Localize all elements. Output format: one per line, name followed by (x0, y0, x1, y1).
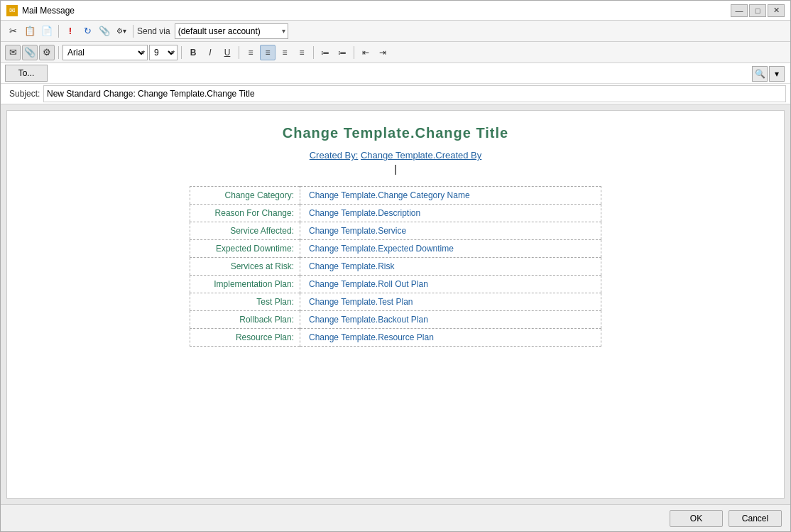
mail-icon-button[interactable]: ✉ (5, 45, 21, 60)
decrease-indent-button[interactable]: ⇤ (358, 45, 373, 60)
row-label: Service Affected: (190, 222, 300, 240)
underline-button[interactable]: U (219, 45, 235, 60)
cursor-line: | (36, 163, 755, 175)
footer: OK Cancel (1, 504, 790, 531)
minimize-button[interactable]: — (731, 4, 748, 17)
row-label: Expected Downtime: (190, 240, 300, 258)
paste-button[interactable]: 📄 (39, 23, 55, 39)
table-row: Change Category:Change Template.Change C… (190, 187, 601, 205)
row-value: Change Template.Backout Plan (300, 311, 601, 329)
font-name-wrapper: Arial (62, 45, 148, 60)
separator6 (313, 46, 314, 59)
subject-row: Subject: (1, 84, 790, 104)
to-input[interactable] (52, 65, 790, 82)
title-bar: ✉ Mail Message — □ ✕ (1, 1, 790, 21)
increase-indent-button[interactable]: ⇥ (375, 45, 391, 60)
row-label: Services at Risk: (190, 258, 300, 276)
cancel-button[interactable]: Cancel (729, 510, 782, 527)
font-name-select[interactable]: Arial (62, 45, 148, 60)
row-label: Resource Plan: (190, 329, 300, 347)
email-title: Change Template.Change Title (36, 125, 755, 141)
row-value: Change Template.Roll Out Plan (300, 276, 601, 293)
expand-button[interactable]: ▾ (769, 66, 785, 82)
options-icon-button[interactable]: ⚙ (39, 45, 55, 60)
row-label: Rollback Plan: (190, 311, 300, 329)
close-button[interactable]: ✕ (768, 4, 785, 17)
table-row: Implementation Plan:Change Template.Roll… (190, 276, 601, 293)
detail-table: Change Category:Change Template.Change C… (190, 186, 601, 347)
row-label: Implementation Plan: (190, 276, 300, 293)
attachment-button[interactable]: 📎 (97, 23, 112, 39)
font-size-wrapper: 9 (149, 45, 178, 60)
table-row: Service Affected:Change Template.Service (190, 222, 601, 240)
row-value: Change Template.Change Category Name (300, 187, 601, 205)
row-value: Change Template.Risk (300, 258, 601, 276)
row-label: Reason For Change: (190, 205, 300, 222)
align-center-button[interactable]: ≡ (260, 45, 276, 60)
body-area: Change Template.Change Title Created By:… (1, 104, 790, 504)
table-row: Services at Risk:Change Template.Risk (190, 258, 601, 276)
options-button[interactable]: ⚙▾ (114, 23, 129, 39)
copy-button[interactable]: 📋 (22, 23, 38, 39)
row-value: Change Template.Description (300, 205, 601, 222)
email-created-by: Created By: Change Template.Created By (36, 150, 755, 161)
justify-button[interactable]: ≡ (294, 45, 310, 60)
window-controls: — □ ✕ (731, 4, 785, 17)
table-row: Resource Plan:Change Template.Resource P… (190, 329, 601, 347)
undo-button[interactable]: ! (62, 23, 78, 39)
to-button[interactable]: To... (5, 65, 48, 82)
align-left-button[interactable]: ≡ (243, 45, 258, 60)
table-row: Rollback Plan:Change Template.Backout Pl… (190, 311, 601, 329)
row-value: Change Template.Expected Downtime (300, 240, 601, 258)
separator5 (239, 46, 239, 59)
table-row: Reason For Change:Change Template.Descri… (190, 205, 601, 222)
window-icon: ✉ (6, 5, 18, 16)
row-label: Change Category: (190, 187, 300, 205)
italic-button[interactable]: I (202, 45, 218, 60)
subject-label: Subject: (1, 89, 43, 99)
attach-icon-button[interactable]: 📎 (22, 45, 38, 60)
maximize-button[interactable]: □ (749, 4, 766, 17)
send-receive-button[interactable]: ↻ (80, 23, 95, 39)
search-button[interactable]: 🔍 (752, 66, 768, 82)
font-size-select[interactable]: 9 (149, 45, 178, 60)
numbered-list-button[interactable]: ≔ (334, 45, 350, 60)
quick-access-bar: 🔍 ▾ (752, 66, 785, 82)
ok-button[interactable]: OK (670, 510, 723, 527)
to-row: To... (1, 63, 790, 84)
format-toolbar: ✉ 📎 ⚙ Arial 9 B I U ≡ ≡ ≡ ≡ ≔ ≔ ⇤ ⇥ (1, 42, 790, 63)
cut-button[interactable]: ✂ (5, 23, 21, 39)
table-row: Test Plan:Change Template.Test Plan (190, 293, 601, 311)
separator (58, 25, 59, 38)
row-value: Change Template.Resource Plan (300, 329, 601, 347)
address-area: To... Subject: 🔍 ▾ (1, 63, 790, 104)
email-body[interactable]: Change Template.Change Title Created By:… (6, 110, 785, 499)
send-via-wrapper: (default user account) (175, 23, 288, 39)
mail-message-window: ✉ Mail Message — □ ✕ ✂ 📋 📄 ! ↻ 📎 ⚙▾ Send… (0, 0, 791, 532)
separator4 (181, 46, 182, 59)
table-row: Expected Downtime:Change Template.Expect… (190, 240, 601, 258)
send-via-select[interactable]: (default user account) (175, 23, 288, 39)
window-title: Mail Message (22, 6, 731, 16)
separator3 (58, 46, 59, 59)
created-by-label: Created By: (310, 150, 359, 161)
align-right-button[interactable]: ≡ (277, 45, 293, 60)
bold-button[interactable]: B (185, 45, 201, 60)
main-toolbar: ✂ 📋 📄 ! ↻ 📎 ⚙▾ Send via (default user ac… (1, 21, 790, 42)
row-label: Test Plan: (190, 293, 300, 311)
separator2 (133, 25, 133, 38)
row-value: Change Template.Service (300, 222, 601, 240)
separator7 (354, 46, 354, 59)
bullet-list-button[interactable]: ≔ (317, 45, 333, 60)
send-via-label: Send via (137, 26, 170, 36)
row-value: Change Template.Test Plan (300, 293, 601, 311)
created-by-value: Change Template.Created By (361, 150, 481, 161)
subject-input[interactable] (43, 85, 786, 102)
